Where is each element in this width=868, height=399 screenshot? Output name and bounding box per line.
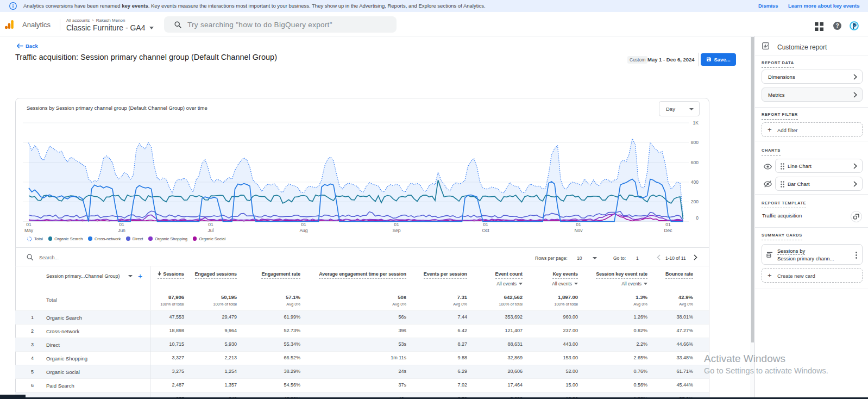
- svg-text:01: 01: [394, 222, 399, 227]
- svg-text:01: 01: [301, 222, 306, 227]
- svg-text:Jul: Jul: [208, 228, 214, 233]
- svg-text:200: 200: [691, 199, 699, 204]
- svg-text:?: ?: [835, 23, 839, 29]
- svg-text:Dec: Dec: [664, 228, 672, 233]
- svg-text:01: 01: [119, 222, 124, 227]
- svg-text:01: 01: [483, 222, 488, 227]
- svg-text:Aug: Aug: [299, 228, 307, 233]
- svg-text:01: 01: [208, 222, 213, 227]
- svg-text:Jun: Jun: [118, 228, 125, 233]
- svg-text:Nov: Nov: [574, 228, 583, 233]
- svg-text:Oct: Oct: [482, 228, 489, 233]
- svg-text:May: May: [24, 228, 34, 233]
- svg-text:600: 600: [691, 160, 699, 165]
- svg-text:01: 01: [576, 222, 581, 227]
- svg-text:1K: 1K: [693, 120, 699, 126]
- svg-text:01: 01: [26, 222, 32, 227]
- svg-text:Sep: Sep: [392, 228, 400, 233]
- svg-text:01: 01: [665, 222, 671, 227]
- svg-text:400: 400: [691, 179, 699, 185]
- svg-text:800: 800: [691, 140, 699, 145]
- svg-text:0: 0: [696, 215, 699, 221]
